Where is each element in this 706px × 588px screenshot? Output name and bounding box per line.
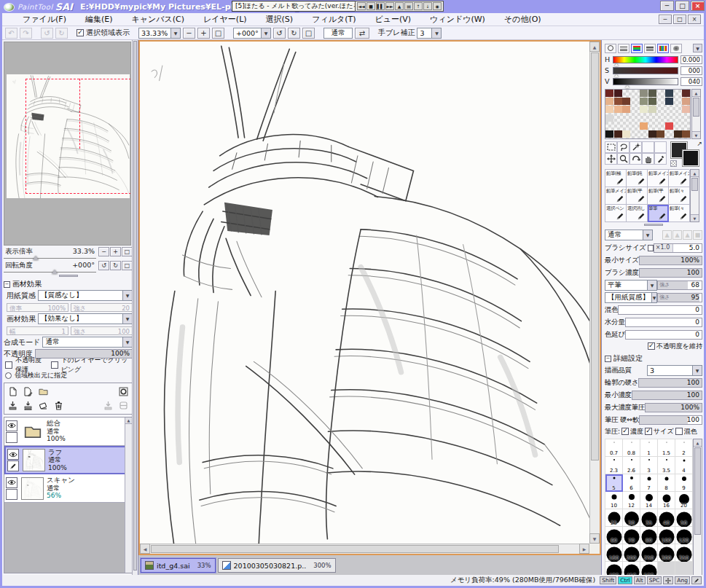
quality-combo[interactable]: 3▼ bbox=[647, 365, 702, 376]
selection-undo-button[interactable]: ↺ bbox=[41, 28, 53, 39]
brush-size-200[interactable]: 200 bbox=[623, 544, 640, 562]
media-playlist-button[interactable]: ▤ bbox=[404, 2, 413, 10]
brush-size-160[interactable]: 160 bbox=[605, 544, 623, 562]
paper-scale-track[interactable]: 倍率100% bbox=[7, 303, 68, 312]
pressure-blend-checkbox[interactable] bbox=[675, 428, 683, 435]
brush-size-14[interactable]: 14 bbox=[640, 492, 658, 509]
hsv-slider-toggle[interactable] bbox=[631, 44, 643, 53]
brush-size-scrollbar[interactable]: ▲▼ bbox=[693, 439, 702, 575]
doc-restore-button[interactable]: □ bbox=[673, 15, 686, 24]
redo-button[interactable]: ↷ bbox=[20, 28, 32, 39]
menu-item[interactable]: その他(O) bbox=[504, 14, 541, 25]
swatch[interactable] bbox=[614, 90, 622, 97]
document-tab[interactable]: 20100305030821.p..300% bbox=[218, 558, 336, 573]
layer-opacity-track[interactable]: 100% bbox=[35, 349, 133, 358]
swatch[interactable] bbox=[605, 98, 613, 105]
brush-size-450[interactable]: 450 bbox=[623, 562, 640, 575]
transfer-down-button[interactable] bbox=[102, 400, 114, 411]
brush-size-12[interactable]: 12 bbox=[623, 492, 640, 509]
menu-item[interactable]: キャンバス(C) bbox=[132, 14, 185, 25]
clip-group-button[interactable] bbox=[117, 400, 130, 411]
brush-size-250[interactable]: 250 bbox=[640, 544, 658, 562]
max-density-track[interactable]: 100% bbox=[645, 403, 702, 412]
swatch[interactable] bbox=[682, 106, 690, 113]
edge-shape-button[interactable]: ▲ bbox=[683, 230, 692, 240]
swatch[interactable] bbox=[640, 122, 648, 130]
blending-track[interactable]: 0 bbox=[618, 305, 702, 315]
scroll-right-button[interactable]: ▶ bbox=[579, 544, 589, 554]
edge-shape-button[interactable]: ▲ bbox=[672, 230, 682, 240]
brush-blend-combo[interactable]: 通常▼ bbox=[605, 230, 653, 240]
brush-size-50[interactable]: 50 bbox=[675, 509, 693, 527]
stabilizer-combo[interactable]: 3▼ bbox=[417, 28, 442, 39]
merge-down-button[interactable] bbox=[7, 400, 19, 411]
selection-source-radio[interactable] bbox=[5, 372, 12, 379]
hand-tool[interactable] bbox=[642, 153, 654, 165]
swatch[interactable] bbox=[682, 130, 690, 138]
media-stop-button[interactable]: ■ bbox=[366, 2, 375, 10]
new-linework-layer-button[interactable] bbox=[22, 386, 34, 397]
menu-item[interactable]: ビュー(V) bbox=[374, 14, 411, 25]
brush-size-1[interactable]: 1 bbox=[640, 439, 658, 457]
menu-item[interactable]: レイヤー(L) bbox=[203, 14, 247, 25]
layer-row-総合[interactable]: 総合通常100% bbox=[4, 418, 132, 446]
swatch[interactable] bbox=[648, 90, 656, 97]
swatch[interactable] bbox=[648, 106, 656, 113]
scroll-up-button[interactable]: ▲ bbox=[589, 42, 600, 52]
advanced-collapse-button[interactable]: − bbox=[605, 356, 611, 362]
brush-size-2.3[interactable]: 2.3 bbox=[605, 457, 623, 474]
swatch[interactable] bbox=[622, 106, 630, 113]
nav-rotate-ccw-button[interactable]: ↺ bbox=[98, 261, 109, 270]
undo-button[interactable]: ↶ bbox=[5, 28, 17, 39]
scroll-down-button[interactable]: ▼ bbox=[589, 533, 600, 544]
hard-soft-track[interactable]: 100 bbox=[639, 415, 702, 425]
brush-size-500[interactable]: 500 bbox=[640, 562, 658, 575]
menu-item[interactable]: ウィンドウ(W) bbox=[430, 14, 485, 25]
pressure-size-checkbox[interactable]: ✓ bbox=[645, 428, 652, 435]
swatch[interactable] bbox=[648, 130, 656, 138]
clipping-checkbox[interactable] bbox=[51, 361, 58, 369]
dropper-tool[interactable] bbox=[654, 153, 667, 165]
pressure-density-checkbox[interactable]: ✓ bbox=[621, 428, 629, 435]
brush-筆筆[interactable]: 筆筆 bbox=[648, 205, 669, 222]
angle-combo[interactable]: +000°▼ bbox=[233, 28, 271, 39]
document-tab[interactable]: itd_g4.sai33% bbox=[141, 558, 216, 573]
canvas-vertical-scrollbar[interactable]: ▲ ▼ bbox=[589, 42, 600, 544]
brush-panel-splitter[interactable] bbox=[605, 222, 702, 227]
rotation-slider[interactable]: 回転角度+000° ↺ ↻ □ bbox=[4, 261, 133, 273]
media-pause-button[interactable]: ▌▌ bbox=[376, 2, 385, 10]
swatch[interactable] bbox=[622, 98, 630, 105]
paper-strength-track[interactable]: 強さ20 bbox=[71, 303, 133, 312]
brush-size-0.7[interactable]: 0.7 bbox=[605, 439, 623, 457]
brush-size-350[interactable]: 350 bbox=[675, 544, 693, 562]
maximize-button[interactable]: □ bbox=[675, 1, 689, 11]
zoom-tool[interactable] bbox=[617, 153, 629, 165]
media-up-button[interactable]: ↑ bbox=[414, 2, 423, 10]
marquee-tool[interactable] bbox=[605, 141, 617, 153]
brush-鉛筆(平[interactable]: 鉛筆(平 bbox=[627, 187, 648, 205]
navigator[interactable] bbox=[4, 42, 131, 246]
transparent-color-icon[interactable] bbox=[670, 160, 677, 167]
layer-visibility-toggle[interactable] bbox=[6, 477, 17, 488]
keep-opacity-checkbox[interactable]: ✓ bbox=[648, 342, 655, 350]
brush-size-1.5[interactable]: 1.5 bbox=[658, 439, 675, 457]
swatch[interactable] bbox=[648, 98, 656, 105]
rotate-cw-button[interactable]: ↻ bbox=[288, 28, 300, 39]
nav-zoom-reset-button[interactable]: □ bbox=[122, 247, 133, 256]
swatch[interactable] bbox=[605, 130, 613, 138]
selection-to-layer-button[interactable] bbox=[117, 386, 130, 397]
brush-size-5[interactable]: 5 bbox=[605, 474, 623, 492]
brush-texture-strength-track[interactable]: 強さ95 bbox=[657, 293, 702, 302]
layer-row-ラフ[interactable]: ラフ通常100% bbox=[4, 446, 132, 474]
media-down-button[interactable]: ↓ bbox=[423, 2, 432, 10]
brush-size-2.6[interactable]: 2.6 bbox=[623, 457, 640, 474]
brush-size-30[interactable]: 30 bbox=[623, 509, 640, 527]
layer-visibility-toggle[interactable] bbox=[7, 449, 19, 460]
zoom-slider-thumb[interactable] bbox=[33, 256, 39, 260]
brush-size-80[interactable]: 80 bbox=[640, 527, 658, 544]
brush-size-unit-button[interactable] bbox=[648, 245, 654, 251]
menu-item[interactable]: 編集(E) bbox=[85, 14, 113, 25]
doc-close-button[interactable]: × bbox=[688, 15, 701, 24]
brush-shape-strength-track[interactable]: 強さ68 bbox=[657, 281, 702, 290]
brush-size-40[interactable]: 40 bbox=[658, 509, 675, 527]
